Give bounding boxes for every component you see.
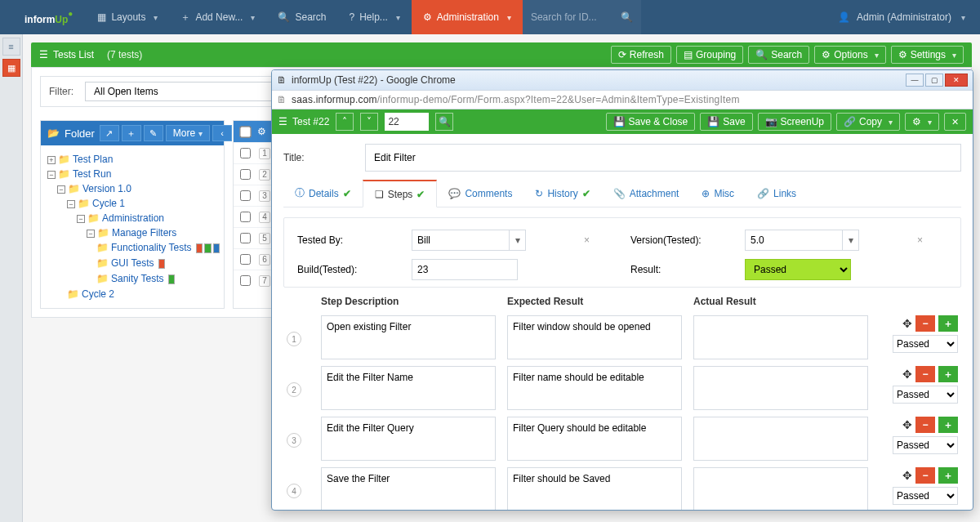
tab-details[interactable]: ⓘDetails✔ — [283, 180, 363, 207]
tab-links[interactable]: 🔗Links — [746, 180, 808, 207]
tree-node-version[interactable]: −📁Version 1.0 — [47, 181, 217, 196]
gear-icon[interactable]: ⚙ — [257, 126, 266, 137]
add-step-button[interactable]: ＋ — [938, 315, 958, 332]
step-description-input[interactable]: Edit the Filter Query — [321, 417, 496, 461]
window-titlebar[interactable]: 🗎 informUp (Test #22) - Google Chrome — … — [272, 70, 973, 90]
collapse-icon[interactable]: − — [87, 230, 95, 238]
item-number-input[interactable] — [385, 113, 429, 131]
collapse-icon[interactable]: − — [47, 171, 56, 179]
nav-administration[interactable]: ⚙Administration — [412, 0, 523, 34]
tree-node-test-run[interactable]: −📁Test Run — [47, 167, 217, 181]
folder-expand-button[interactable]: ↗ — [100, 125, 119, 141]
window-maximize-button[interactable]: ▢ — [925, 74, 943, 87]
build-input[interactable] — [412, 259, 518, 280]
rail-menu-button[interactable]: ≡ — [2, 38, 20, 56]
tested-by-field[interactable]: ×▾ — [412, 230, 614, 251]
tested-by-input[interactable] — [412, 230, 510, 251]
copy-button[interactable]: 🔗Copy — [836, 113, 900, 131]
row-checkbox[interactable] — [240, 275, 251, 286]
form-settings-button[interactable]: ⚙ — [905, 113, 939, 131]
user-menu[interactable]: 👤 Admin (Administrator) — [823, 11, 980, 23]
save-button[interactable]: 💾Save — [700, 113, 752, 131]
search-button[interactable]: 🔍Search — [748, 46, 809, 64]
tree-node-manage[interactable]: −📁Manage Filters — [47, 225, 217, 240]
folder-collapse-button[interactable]: ‹ — [212, 125, 232, 141]
add-step-button[interactable]: ＋ — [938, 467, 958, 484]
actual-result-input[interactable] — [693, 467, 868, 510]
step-description-input[interactable]: Save the Filter — [321, 467, 496, 510]
collapse-icon[interactable]: − — [77, 215, 85, 223]
global-search-input[interactable] — [531, 11, 621, 23]
add-step-button[interactable]: ＋ — [938, 366, 958, 382]
row-checkbox[interactable] — [240, 233, 251, 243]
prev-item-button[interactable]: ˄ — [336, 113, 354, 131]
row-checkbox[interactable] — [240, 190, 251, 201]
next-item-button[interactable]: ˅ — [360, 113, 378, 131]
goto-item-button[interactable]: 🔍 — [435, 113, 453, 131]
clear-icon[interactable]: × — [917, 234, 923, 246]
chevron-down-icon[interactable]: ▾ — [510, 230, 526, 251]
screenup-button[interactable]: 📷ScreenUp — [758, 113, 831, 131]
collapse-icon[interactable]: − — [57, 185, 65, 194]
step-result-select[interactable]: Passed — [893, 335, 958, 353]
tab-attachment[interactable]: 📎Attachment — [602, 180, 691, 207]
folder-edit-button[interactable]: ✎ — [144, 125, 163, 141]
row-checkbox[interactable] — [240, 169, 251, 180]
nav-add-new[interactable]: ＋Add New... — [169, 0, 266, 34]
select-all-checkbox[interactable] — [239, 126, 251, 137]
folder-add-button[interactable]: ＋ — [122, 125, 141, 141]
window-minimize-button[interactable]: — — [906, 74, 924, 87]
tree-node-sanity[interactable]: 📁Sanity Tests — [47, 271, 217, 287]
row-checkbox[interactable] — [240, 212, 251, 222]
tree-node-admin[interactable]: −📁Administration — [47, 211, 217, 225]
rail-app-button[interactable]: ▦ — [2, 59, 20, 77]
collapse-icon[interactable]: − — [67, 200, 75, 208]
window-close-button[interactable]: ✕ — [945, 74, 968, 87]
expected-result-input[interactable]: Filter name should be editable — [507, 366, 682, 410]
save-close-button[interactable]: 💾Save & Close — [606, 113, 696, 131]
row-checkbox[interactable] — [240, 148, 251, 158]
row-checkbox[interactable] — [240, 254, 251, 265]
actual-result-input[interactable] — [693, 417, 868, 461]
expected-result-input[interactable]: Filter Query should be editable — [507, 417, 682, 461]
tree-node-cycle1[interactable]: −📁Cycle 1 — [47, 196, 217, 211]
delete-step-button[interactable]: − — [915, 417, 935, 433]
actual-result-input[interactable] — [693, 366, 868, 410]
settings-button[interactable]: ⚙Settings — [891, 46, 964, 64]
folder-more-button[interactable]: More — [166, 125, 210, 141]
step-description-input[interactable]: Open existing Filter — [321, 315, 496, 359]
expected-result-input[interactable]: Filter should be Saved — [507, 467, 682, 510]
tab-steps[interactable]: ❏Steps✔ — [363, 180, 438, 207]
delete-step-button[interactable]: − — [915, 315, 935, 332]
expected-result-input[interactable]: Filter window should be opened — [507, 315, 682, 359]
tree-node-test-plan[interactable]: +📁Test Plan — [47, 152, 217, 167]
version-input[interactable] — [745, 230, 843, 251]
step-result-select[interactable]: Passed — [893, 436, 958, 454]
step-description-input[interactable]: Edit the Filter Name — [321, 366, 496, 410]
delete-step-button[interactable]: − — [915, 467, 935, 484]
refresh-button[interactable]: ⟳Refresh — [611, 46, 671, 64]
options-button[interactable]: ⚙Options — [814, 46, 885, 64]
clear-icon[interactable]: × — [584, 234, 590, 246]
drag-handle-icon[interactable]: ✥ — [902, 469, 912, 482]
tree-node-cycle2[interactable]: 📁Cycle 2 — [47, 287, 217, 301]
tab-comments[interactable]: 💬Comments — [437, 180, 523, 207]
drag-handle-icon[interactable]: ✥ — [902, 317, 912, 330]
tab-misc[interactable]: ⊕Misc — [690, 180, 746, 207]
tree-node-functionality[interactable]: 📁Functionality Tests — [47, 240, 217, 256]
add-step-button[interactable]: ＋ — [938, 417, 958, 433]
version-field[interactable]: ×▾ — [745, 230, 947, 251]
chevron-down-icon[interactable]: ▾ — [843, 230, 859, 251]
drag-handle-icon[interactable]: ✥ — [902, 418, 912, 431]
expand-icon[interactable]: + — [47, 156, 56, 164]
title-input[interactable] — [365, 144, 961, 172]
drag-handle-icon[interactable]: ✥ — [902, 368, 912, 381]
nav-layouts[interactable]: ▦Layouts — [86, 0, 169, 34]
step-result-select[interactable]: Passed — [893, 487, 958, 505]
actual-result-input[interactable] — [693, 315, 868, 359]
form-close-button[interactable]: ✕ — [944, 113, 966, 131]
result-select[interactable]: Passed — [745, 259, 851, 280]
delete-step-button[interactable]: − — [915, 366, 935, 382]
tree-node-gui[interactable]: 📁GUI Tests — [47, 256, 217, 271]
address-bar[interactable]: 🗎 saas.informup.com/informup-demo/Form/F… — [272, 90, 973, 109]
